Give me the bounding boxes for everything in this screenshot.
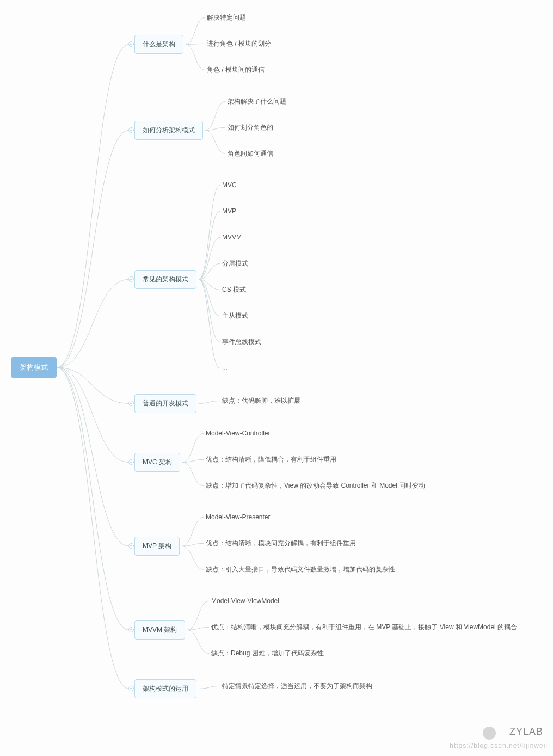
- leaf-node: 优点：结构清晰，模块间充分解耦，有利于组件重用: [206, 539, 356, 548]
- branch-node-b3[interactable]: 普通的开发模式: [134, 394, 196, 413]
- leaf-node: 优点：结构清晰，降低耦合，有利于组件重用: [206, 455, 336, 464]
- leaf-node: 特定情景特定选择，适当运用，不要为了架构而架构: [222, 681, 372, 691]
- leaf-node: 主从模式: [222, 311, 248, 321]
- leaf-node: 缺点：Debug 困难，增加了代码复杂性: [211, 649, 324, 658]
- leaf-node: 如何划分角色的: [228, 123, 273, 132]
- watermark-brand: ZYLAB: [509, 726, 543, 737]
- watermark-url: https://blog.csdn.net/lijinweii: [450, 742, 548, 749]
- collapse-toggle[interactable]: [128, 41, 134, 47]
- branch-node-b5[interactable]: MVP 架构: [134, 537, 180, 556]
- leaf-node: MVVM: [222, 233, 242, 242]
- collapse-toggle[interactable]: [128, 627, 134, 632]
- branch-node-b1[interactable]: 如何分析架构模式: [134, 121, 203, 140]
- leaf-node: MVP: [222, 207, 236, 216]
- leaf-node: ...: [222, 364, 228, 373]
- branch-node-b6[interactable]: MVVM 架构: [134, 620, 185, 640]
- leaf-node: 缺点：增加了代码复杂性，View 的改动会导致 Controller 和 Mod…: [206, 481, 425, 490]
- leaf-node: 缺点：引入大量接口，导致代码文件数量激增，增加代码的复杂性: [206, 565, 395, 574]
- leaf-node: Model-View-Presenter: [206, 513, 271, 522]
- leaf-node: 缺点：代码臃肿，难以扩展: [222, 396, 300, 405]
- collapse-toggle[interactable]: [128, 543, 134, 549]
- leaf-node: CS 模式: [222, 285, 246, 294]
- collapse-toggle[interactable]: [128, 401, 134, 406]
- collapse-toggle[interactable]: [128, 459, 134, 465]
- connections-svg: [0, 0, 553, 756]
- branch-node-b7[interactable]: 架构模式的运用: [134, 679, 196, 698]
- leaf-node: 角色间如何通信: [228, 149, 273, 158]
- leaf-node: 解决特定问题: [207, 13, 246, 22]
- branch-node-b0[interactable]: 什么是架构: [134, 35, 183, 54]
- leaf-node: Model-View-ViewModel: [211, 597, 279, 606]
- leaf-node: 角色 / 模块间的通信: [207, 65, 265, 75]
- collapse-toggle[interactable]: [128, 276, 134, 282]
- leaf-node: 优点：结构清晰，模块间充分解耦，有利于组件重用，在 MVP 基础上，接触了 Vi…: [211, 623, 517, 632]
- leaf-node: Model-View-Controller: [206, 429, 271, 438]
- branch-node-b4[interactable]: MVC 架构: [134, 453, 180, 472]
- root-node[interactable]: 架构模式: [11, 357, 57, 378]
- leaf-node: MVC: [222, 181, 237, 190]
- collapse-toggle[interactable]: [128, 686, 134, 691]
- leaf-node: 分层模式: [222, 259, 248, 268]
- leaf-node: 进行角色 / 模块的划分: [207, 39, 271, 48]
- collapse-toggle[interactable]: [128, 127, 134, 133]
- leaf-node: 架构解决了什么问题: [228, 97, 286, 106]
- leaf-node: 事件总线模式: [222, 337, 261, 347]
- wechat-icon: [483, 727, 496, 740]
- branch-node-b2[interactable]: 常见的架构模式: [134, 270, 196, 289]
